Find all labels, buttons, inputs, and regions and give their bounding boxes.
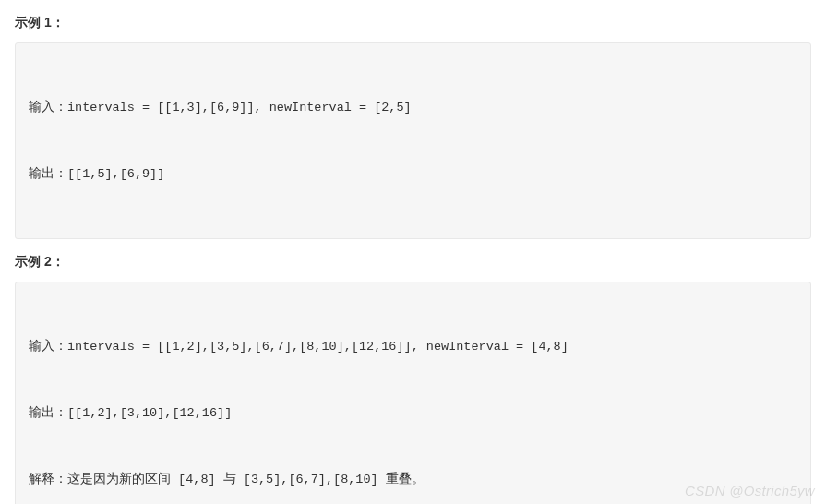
code-line: 输入：intervals = [[1,2],[3,5],[6,7],[8,10]… <box>29 335 797 358</box>
code-line: 输入：intervals = [[1,3],[6,9]], newInterva… <box>29 96 797 119</box>
example-section: 示例 1： 输入：intervals = [[1,3],[6,9]], newI… <box>15 15 811 239</box>
code-block: 输入：intervals = [[1,2],[3,5],[6,7],[8,10]… <box>15 282 811 504</box>
line-label: 输出： <box>29 166 67 180</box>
line-label: 输出： <box>29 405 67 419</box>
code-line: 输出：[[1,5],[6,9]] <box>29 162 797 186</box>
line-label: 输入： <box>29 339 67 353</box>
line-text: [[1,5],[6,9]] <box>67 167 164 181</box>
example-title: 示例 1： <box>15 15 811 31</box>
code-line: 解释：这是因为新的区间 [4,8] 与 [3,5],[6,7],[8,10] 重… <box>29 468 797 491</box>
code-line: 输出：[[1,2],[3,10],[12,16]] <box>29 402 797 425</box>
line-label: 输入： <box>29 100 67 114</box>
line-label: 解释： <box>29 472 67 486</box>
line-text: 这是因为新的区间 [4,8] 与 [3,5],[6,7],[8,10] 重叠。 <box>67 473 425 486</box>
line-text: [[1,2],[3,10],[12,16]] <box>67 406 232 420</box>
line-text: intervals = [[1,2],[3,5],[6,7],[8,10],[1… <box>67 340 569 354</box>
example-section: 示例 2： 输入：intervals = [[1,2],[3,5],[6,7],… <box>15 254 811 504</box>
line-text: intervals = [[1,3],[6,9]], newInterval =… <box>67 101 412 114</box>
example-title: 示例 2： <box>15 254 811 270</box>
code-block: 输入：intervals = [[1,3],[6,9]], newInterva… <box>15 42 811 239</box>
